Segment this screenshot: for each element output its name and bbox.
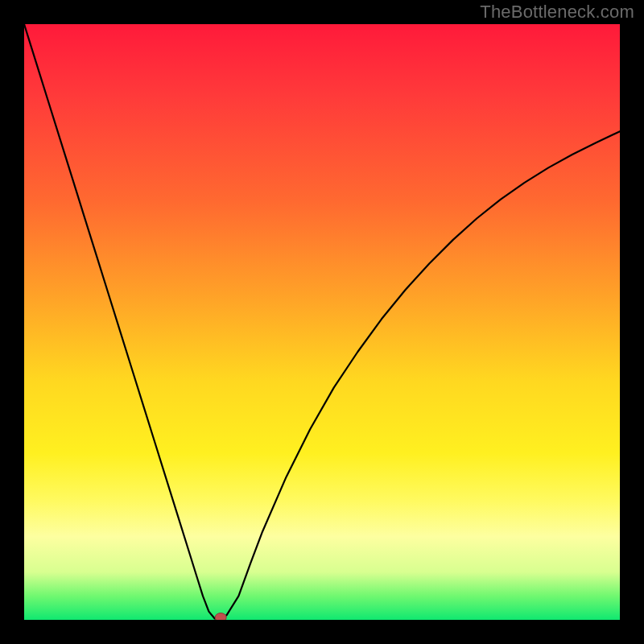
plot-area [24, 24, 620, 620]
bottleneck-curve [24, 24, 620, 619]
optimal-point-marker [215, 613, 226, 621]
bottleneck-curve-svg [24, 24, 620, 620]
chart-outer-frame: TheBottleneck.com [0, 0, 644, 644]
watermark-text: TheBottleneck.com [480, 2, 634, 23]
